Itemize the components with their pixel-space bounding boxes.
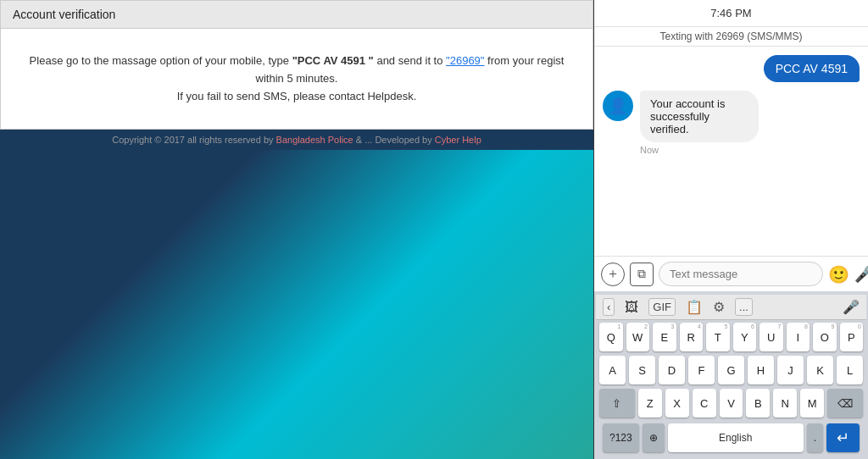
- copyright-dev-link[interactable]: Cyber Help: [435, 135, 481, 145]
- key-t[interactable]: 5T: [706, 323, 730, 351]
- key-y[interactable]: 6Y: [733, 323, 757, 351]
- received-message-bubble: Your account is successfully verified.: [640, 91, 759, 142]
- num-key[interactable]: ?123: [603, 423, 639, 452]
- account-verification-title: Account verification: [1, 1, 593, 29]
- key-k[interactable]: K: [807, 356, 833, 384]
- key-row-1: 1Q 2W 3E 4R 5T 6Y 7U 8I 9O 0P: [599, 323, 863, 351]
- copyright-link2: ...: [364, 135, 372, 145]
- key-a[interactable]: A: [599, 356, 626, 384]
- more-btn[interactable]: ...: [735, 298, 753, 316]
- sms-code: "PCC AV 4591 ": [292, 54, 374, 67]
- key-u[interactable]: 7U: [760, 323, 783, 351]
- key-c[interactable]: C: [693, 389, 716, 418]
- clipboard-icon[interactable]: 📋: [686, 299, 703, 315]
- key-d[interactable]: D: [659, 356, 685, 384]
- copy-icon[interactable]: ⧉: [630, 263, 654, 286]
- key-i[interactable]: 8I: [787, 323, 810, 351]
- received-message-container: Your account is successfully verified. N…: [640, 91, 798, 155]
- keyboard-rows: 1Q 2W 3E 4R 5T 6Y 7U 8I 9O 0P A S D F G …: [596, 323, 866, 418]
- key-g[interactable]: G: [718, 356, 744, 384]
- gif-btn[interactable]: GIF: [648, 298, 676, 316]
- key-n[interactable]: N: [773, 389, 797, 418]
- emoji-icon[interactable]: 🙂: [828, 264, 849, 285]
- globe-key[interactable]: ⊕: [643, 423, 665, 452]
- enter-key[interactable]: ↵: [826, 423, 860, 452]
- key-e[interactable]: 3E: [653, 323, 676, 351]
- instruction-text-3: from your regist: [484, 54, 564, 67]
- key-o[interactable]: 9O: [813, 323, 837, 351]
- phone-texting-label: Texting with 26969 (SMS/MMS): [594, 27, 868, 47]
- key-x[interactable]: X: [665, 389, 689, 418]
- received-message-row: 👤 Your account is successfully verified.…: [603, 91, 860, 155]
- key-s[interactable]: S: [629, 356, 655, 384]
- add-attachment-icon[interactable]: ＋: [601, 263, 625, 286]
- copyright-bar: Copyright © 2017 all rights reserved by …: [0, 130, 593, 150]
- key-row-3: ⇧ Z X C V B N M ⌫: [599, 389, 863, 418]
- phone-input-bar: ＋ ⧉ 🙂 🎤: [594, 256, 868, 291]
- key-p[interactable]: 0P: [840, 323, 864, 351]
- shift-key[interactable]: ⇧: [599, 389, 635, 418]
- keyboard-toolbar-left: ‹ 🖼 GIF 📋 ⚙ ...: [603, 298, 753, 316]
- keyboard-area: ‹ 🖼 GIF 📋 ⚙ ... 🎤 1Q 2W 3E 4R 5T 6Y 7U 8…: [594, 291, 868, 459]
- account-verification-box: Account verification Please go to the ma…: [0, 0, 593, 130]
- key-m[interactable]: M: [800, 389, 824, 418]
- sticker-icon[interactable]: 🖼: [625, 300, 638, 315]
- copyright-and: &: [353, 135, 364, 145]
- avatar: 👤: [603, 91, 633, 121]
- key-h[interactable]: H: [748, 356, 774, 384]
- key-q[interactable]: 1Q: [599, 323, 623, 351]
- received-msg-line1: Your account is successfully: [650, 97, 725, 123]
- period-key[interactable]: .: [807, 423, 823, 452]
- key-l[interactable]: L: [837, 356, 863, 384]
- keyboard-bottom: ?123 ⊕ English . ↵: [596, 420, 866, 456]
- phone-time: 7:46 PM: [594, 0, 868, 27]
- received-msg-line2: verified.: [650, 123, 689, 135]
- key-w[interactable]: 2W: [626, 323, 650, 351]
- sent-message-bubble: PCC AV 4591: [764, 55, 860, 82]
- account-verification-body: Please go to the massage option of your …: [1, 29, 593, 129]
- key-r[interactable]: 4R: [680, 323, 704, 351]
- copyright-dev: Developed by: [372, 135, 434, 145]
- phone-panel: 7:46 PM Texting with 26969 (SMS/MMS) PCC…: [593, 0, 868, 459]
- text-message-input[interactable]: [659, 262, 823, 286]
- left-panel: Account verification Please go to the ma…: [0, 0, 593, 459]
- phone-number: "26969": [446, 54, 484, 67]
- keyboard-toolbar: ‹ 🖼 GIF 📋 ⚙ ... 🎤: [596, 295, 866, 320]
- copyright-link-police[interactable]: Bangladesh Police: [276, 135, 353, 145]
- key-z[interactable]: Z: [638, 389, 662, 418]
- settings-icon[interactable]: ⚙: [713, 299, 725, 315]
- space-key[interactable]: English: [668, 423, 804, 452]
- phone-messages: PCC AV 4591 👤 Your account is successful…: [594, 47, 868, 256]
- key-row-2: A S D F G H J K L: [599, 356, 863, 384]
- message-time: Now: [640, 145, 798, 155]
- instruction-text-1: Please go to the massage option of your …: [30, 54, 292, 67]
- background-gradient: Copyright © 2017 all rights reserved by …: [0, 130, 593, 459]
- delete-key[interactable]: ⌫: [827, 389, 863, 418]
- key-f[interactable]: F: [688, 356, 715, 384]
- key-b[interactable]: B: [746, 389, 770, 418]
- mic-icon[interactable]: 🎤: [854, 265, 868, 284]
- instruction-text-5: If you fail to send SMS, please contact …: [177, 90, 417, 102]
- keyboard-back-btn[interactable]: ‹: [603, 298, 615, 316]
- keyboard-mic-icon[interactable]: 🎤: [843, 299, 860, 315]
- instruction-text-2: and send it to: [374, 54, 446, 67]
- copyright-text: Copyright © 2017 all rights reserved by: [112, 135, 275, 145]
- key-j[interactable]: J: [777, 356, 804, 384]
- key-v[interactable]: V: [720, 389, 743, 418]
- instruction-text-4: within 5 minutes.: [256, 72, 338, 85]
